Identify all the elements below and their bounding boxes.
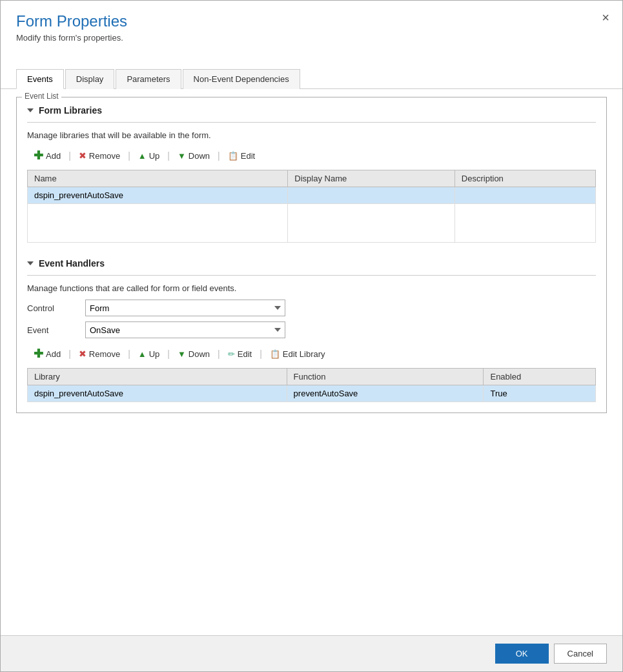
- col-function: Function: [287, 369, 484, 385]
- libraries-desc: Manage libraries that will be available …: [27, 130, 596, 140]
- tab-non-event-dependencies[interactable]: Non-Event Dependencies: [183, 69, 300, 89]
- dialog-header: Form Properties Modify this form's prope…: [1, 1, 622, 49]
- hsep4: |: [216, 349, 221, 359]
- empty-cell-1: [28, 204, 288, 243]
- sep3: |: [166, 150, 171, 161]
- control-row: Control Form: [27, 300, 596, 316]
- edit-library-label: Edit Library: [283, 349, 325, 359]
- library-display-name-cell: [288, 187, 454, 204]
- control-event-form: Control Form Event OnSave: [27, 300, 596, 338]
- handlers-edit-button[interactable]: ✏ Edit: [221, 347, 258, 361]
- libraries-down-button[interactable]: ▼ Down: [171, 149, 216, 163]
- library-description-cell: [454, 187, 595, 204]
- down-icon: ▼: [178, 151, 186, 161]
- tab-display[interactable]: Display: [65, 69, 115, 89]
- libraries-edit-button[interactable]: 📋 Edit: [221, 149, 261, 163]
- spacer: [27, 243, 596, 258]
- col-enabled: Enabled: [484, 369, 596, 385]
- hsep1: |: [67, 349, 72, 359]
- libraries-toolbar: ✚ Add | ✖ Remove | ▲ Up |: [27, 147, 596, 165]
- libraries-table: Name Display Name Description dspin_prev…: [27, 170, 596, 243]
- handlers-divider: [27, 275, 596, 276]
- handler-function-cell: preventAutoSave: [287, 385, 484, 402]
- handlers-add-button[interactable]: ✚ Add: [27, 345, 67, 363]
- event-label: Event: [27, 325, 85, 335]
- handler-enabled-cell: True: [484, 385, 596, 402]
- edit-icon: 📋: [228, 151, 238, 161]
- event-row: Event OnSave: [27, 321, 596, 338]
- libraries-add-button[interactable]: ✚ Add: [27, 147, 67, 165]
- hsep3: |: [166, 349, 171, 359]
- main-scroll-area[interactable]: Event List Form Libraries Manage librari…: [16, 89, 607, 625]
- collapse-arrow-handlers[interactable]: [27, 261, 34, 265]
- form-libraries-section: Form Libraries Manage libraries that wil…: [27, 105, 596, 243]
- control-label: Control: [27, 303, 85, 313]
- up-label: Up: [149, 151, 160, 161]
- col-display-name: Display Name: [288, 170, 454, 187]
- remove-label: Remove: [89, 151, 120, 161]
- col-library: Library: [28, 369, 287, 385]
- handlers-up-label: Up: [149, 349, 160, 359]
- handlers-desc: Manage functions that are called for for…: [27, 283, 596, 293]
- event-list-group: Event List Form Libraries Manage librari…: [16, 97, 607, 413]
- form-properties-dialog: Form Properties Modify this form's prope…: [0, 0, 623, 672]
- empty-cell-2: [288, 204, 454, 243]
- handlers-remove-label: Remove: [89, 349, 120, 359]
- tab-parameters[interactable]: Parameters: [116, 69, 181, 89]
- ok-button[interactable]: OK: [495, 644, 549, 664]
- hsep5: |: [258, 349, 263, 359]
- dialog-title: Form Properties: [16, 12, 607, 30]
- handlers-up-button[interactable]: ▲ Up: [132, 347, 167, 361]
- cancel-button[interactable]: Cancel: [554, 644, 607, 664]
- collapse-arrow-libraries[interactable]: [27, 108, 34, 112]
- libraries-divider: [27, 122, 596, 123]
- libraries-up-button[interactable]: ▲ Up: [132, 149, 167, 163]
- down-label: Down: [189, 151, 210, 161]
- event-select[interactable]: OnSave: [85, 321, 285, 338]
- handlers-edit-label: Edit: [238, 349, 252, 359]
- sep4: |: [216, 150, 221, 161]
- up-icon: ▲: [138, 151, 147, 161]
- handlers-edit-library-button[interactable]: 📋 Edit Library: [263, 347, 332, 361]
- libraries-remove-button[interactable]: ✖ Remove: [72, 148, 127, 163]
- close-button[interactable]: ×: [602, 11, 609, 24]
- handlers-down-icon: ▼: [178, 349, 186, 359]
- handlers-add-icon: ✚: [34, 347, 43, 361]
- handler-row[interactable]: dspin_preventAutoSave preventAutoSave Tr…: [28, 385, 596, 402]
- handlers-toolbar: ✚ Add | ✖ Remove | ▲ Up |: [27, 345, 596, 363]
- library-name-cell: dspin_preventAutoSave: [28, 187, 288, 204]
- add-icon: ✚: [34, 148, 43, 163]
- add-label: Add: [46, 151, 61, 161]
- dialog-footer: OK Cancel: [1, 635, 622, 671]
- sep1: |: [67, 150, 72, 161]
- empty-cell-3: [454, 204, 595, 243]
- hsep2: |: [127, 349, 132, 359]
- dialog-body: Event List Form Libraries Manage librari…: [1, 89, 622, 635]
- event-handlers-header: Event Handlers: [27, 258, 596, 269]
- dialog-subtitle: Modify this form's properties.: [16, 33, 607, 43]
- col-description: Description: [454, 170, 595, 187]
- handlers-remove-button[interactable]: ✖ Remove: [72, 347, 127, 361]
- event-handlers-title: Event Handlers: [39, 258, 105, 269]
- form-libraries-title: Form Libraries: [39, 105, 102, 116]
- handlers-table: Library Function Enabled dspin_preventAu…: [27, 368, 596, 402]
- edit-label: Edit: [241, 151, 255, 161]
- handlers-down-button[interactable]: ▼ Down: [171, 347, 216, 361]
- library-row[interactable]: dspin_preventAutoSave: [28, 187, 596, 204]
- handlers-up-icon: ▲: [138, 349, 147, 359]
- handlers-add-label: Add: [46, 349, 61, 359]
- tabs-bar: Events Display Parameters Non-Event Depe…: [1, 68, 622, 89]
- library-empty-row: [28, 204, 596, 243]
- tab-events[interactable]: Events: [16, 69, 64, 89]
- handler-library-cell: dspin_preventAutoSave: [28, 385, 287, 402]
- sep2: |: [127, 150, 132, 161]
- control-select[interactable]: Form: [85, 300, 285, 316]
- event-list-legend: Event List: [22, 92, 61, 101]
- edit-library-icon: 📋: [270, 349, 280, 359]
- handlers-remove-icon: ✖: [79, 349, 87, 359]
- col-name: Name: [28, 170, 288, 187]
- remove-icon: ✖: [79, 150, 87, 161]
- event-handlers-section: Event Handlers Manage functions that are…: [27, 258, 596, 402]
- handlers-down-label: Down: [189, 349, 210, 359]
- form-libraries-header: Form Libraries: [27, 105, 596, 116]
